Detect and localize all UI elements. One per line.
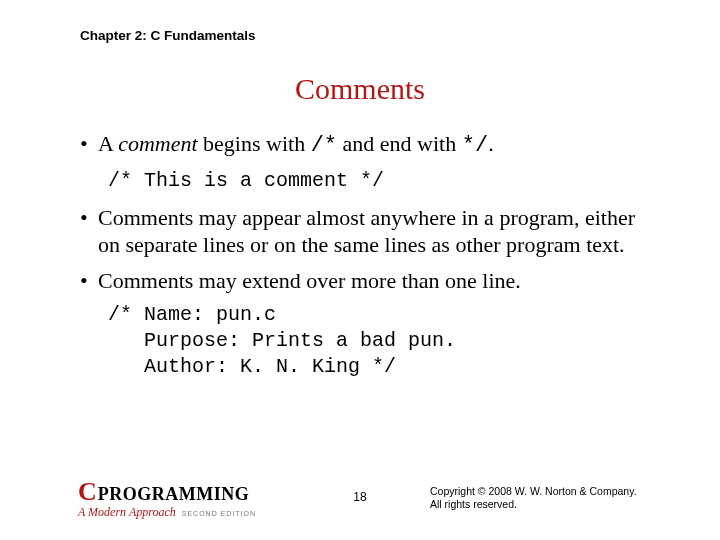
b1-mid2: and end with [337,131,462,156]
slide-title: Comments [0,72,720,106]
copyright-line-1: Copyright © 2008 W. W. Norton & Company. [430,485,637,499]
bullet-2-text: Comments may appear almost anywhere in a… [98,204,660,259]
b1-code1: /* [311,133,337,158]
copyright-line-2: All rights reserved. [430,498,637,512]
bullet-marker: • [80,130,98,158]
bullet-1: • A comment begins with /* and end with … [80,130,660,160]
bullet-3-text: Comments may extend over more than one l… [98,267,660,295]
b1-code2: */ [462,133,488,158]
b1-mid: begins with [198,131,311,156]
bullet-marker: • [80,204,98,232]
code-example-2: /* Name: pun.c Purpose: Prints a bad pun… [108,302,660,380]
logo-c-letter: C [78,477,97,507]
logo-main-line: C PROGRAMMING [78,477,268,507]
bullet-2: • Comments may appear almost anywhere in… [80,204,660,259]
chapter-header: Chapter 2: C Fundamentals [80,28,256,43]
bullet-3: • Comments may extend over more than one… [80,267,660,295]
logo-programming: PROGRAMMING [98,484,249,505]
logo-approach: A Modern Approach [78,505,176,520]
bullet-marker: • [80,267,98,295]
footer: C PROGRAMMING A Modern Approach SECOND E… [0,478,720,522]
logo-sub-line: A Modern Approach SECOND EDITION [78,505,268,520]
book-logo: C PROGRAMMING A Modern Approach SECOND E… [78,477,268,520]
copyright: Copyright © 2008 W. W. Norton & Company.… [430,485,637,512]
b1-pre: A [98,131,118,156]
code-example-1: /* This is a comment */ [108,168,660,194]
b1-term: comment [118,131,197,156]
logo-edition: SECOND EDITION [182,510,256,517]
bullet-1-text: A comment begins with /* and end with */… [98,130,660,160]
b1-end: . [488,131,494,156]
page-number: 18 [353,490,366,504]
content-area: • A comment begins with /* and end with … [80,130,660,390]
